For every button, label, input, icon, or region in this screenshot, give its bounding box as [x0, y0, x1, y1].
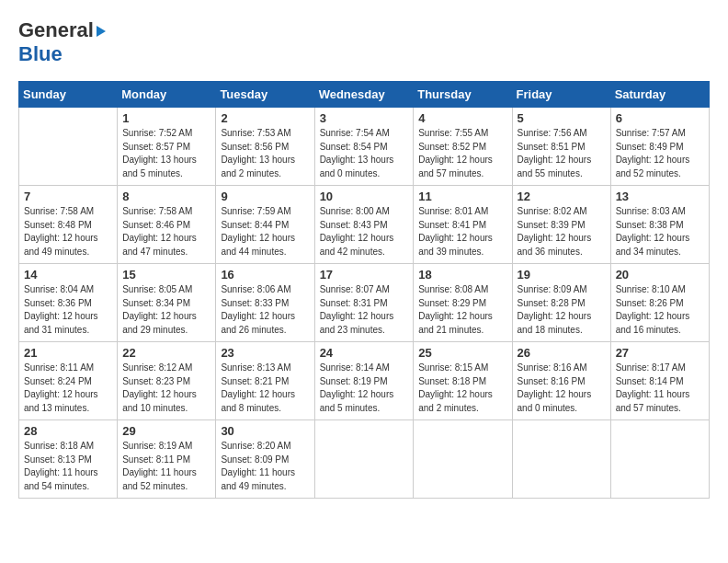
day-header-sunday: Sunday	[19, 82, 118, 108]
calendar-cell: 15Sunrise: 8:05 AMSunset: 8:34 PMDayligh…	[118, 264, 216, 342]
calendar-cell: 4Sunrise: 7:55 AMSunset: 8:52 PMDaylight…	[414, 108, 512, 186]
day-info: Sunrise: 8:03 AMSunset: 8:38 PMDaylight:…	[616, 205, 704, 259]
day-number: 29	[122, 424, 210, 438]
day-number: 15	[122, 268, 210, 282]
calendar-cell: 6Sunrise: 7:57 AMSunset: 8:49 PMDaylight…	[610, 108, 709, 186]
calendar-cell: 28Sunrise: 8:18 AMSunset: 8:13 PMDayligh…	[19, 420, 118, 499]
day-info: Sunrise: 8:11 AMSunset: 8:24 PMDaylight:…	[24, 362, 112, 415]
week-row-1: 1Sunrise: 7:52 AMSunset: 8:57 PMDaylight…	[19, 108, 710, 186]
week-row-5: 28Sunrise: 8:18 AMSunset: 8:13 PMDayligh…	[19, 420, 710, 499]
calendar-cell: 17Sunrise: 8:07 AMSunset: 8:31 PMDayligh…	[314, 264, 414, 342]
day-header-tuesday: Tuesday	[216, 82, 314, 108]
day-info: Sunrise: 8:15 AMSunset: 8:18 PMDaylight:…	[418, 362, 506, 415]
day-number: 17	[320, 268, 409, 282]
logo: General Blue	[18, 18, 106, 66]
day-number: 5	[518, 111, 606, 125]
day-number: 1	[122, 111, 210, 125]
calendar-cell: 13Sunrise: 8:03 AMSunset: 8:38 PMDayligh…	[610, 186, 709, 264]
day-info: Sunrise: 7:56 AMSunset: 8:51 PMDaylight:…	[518, 127, 606, 180]
calendar-cell	[610, 420, 709, 499]
day-number: 21	[24, 346, 112, 360]
calendar-cell: 29Sunrise: 8:19 AMSunset: 8:11 PMDayligh…	[118, 420, 216, 499]
day-info: Sunrise: 8:04 AMSunset: 8:36 PMDaylight:…	[24, 283, 112, 337]
calendar-cell	[512, 420, 610, 499]
day-number: 20	[616, 268, 704, 282]
day-info: Sunrise: 8:16 AMSunset: 8:16 PMDaylight:…	[518, 362, 606, 415]
day-info: Sunrise: 8:08 AMSunset: 8:29 PMDaylight:…	[418, 283, 506, 337]
logo-arrow-icon	[97, 26, 106, 37]
day-info: Sunrise: 8:02 AMSunset: 8:39 PMDaylight:…	[518, 205, 606, 259]
day-number: 23	[221, 346, 309, 360]
calendar-cell: 20Sunrise: 8:10 AMSunset: 8:26 PMDayligh…	[610, 264, 709, 342]
day-info: Sunrise: 8:01 AMSunset: 8:41 PMDaylight:…	[418, 205, 506, 259]
calendar-cell: 24Sunrise: 8:14 AMSunset: 8:19 PMDayligh…	[314, 342, 414, 420]
calendar-cell: 12Sunrise: 8:02 AMSunset: 8:39 PMDayligh…	[512, 186, 610, 264]
day-info: Sunrise: 8:20 AMSunset: 8:09 PMDaylight:…	[221, 440, 309, 493]
calendar-cell: 23Sunrise: 8:13 AMSunset: 8:21 PMDayligh…	[216, 342, 314, 420]
calendar-cell: 14Sunrise: 8:04 AMSunset: 8:36 PMDayligh…	[19, 264, 118, 342]
day-header-thursday: Thursday	[414, 82, 512, 108]
calendar-cell: 5Sunrise: 7:56 AMSunset: 8:51 PMDaylight…	[512, 108, 610, 186]
calendar-cell: 8Sunrise: 7:58 AMSunset: 8:46 PMDaylight…	[118, 186, 216, 264]
calendar-cell: 25Sunrise: 8:15 AMSunset: 8:18 PMDayligh…	[414, 342, 512, 420]
day-header-friday: Friday	[512, 82, 610, 108]
day-number: 12	[518, 190, 606, 203]
day-number: 26	[518, 346, 606, 360]
day-number: 2	[221, 111, 309, 125]
calendar-cell: 1Sunrise: 7:52 AMSunset: 8:57 PMDaylight…	[118, 108, 216, 186]
calendar-cell: 10Sunrise: 8:00 AMSunset: 8:43 PMDayligh…	[314, 186, 414, 264]
day-info: Sunrise: 8:18 AMSunset: 8:13 PMDaylight:…	[24, 440, 112, 493]
day-number: 10	[320, 190, 409, 203]
day-info: Sunrise: 8:12 AMSunset: 8:23 PMDaylight:…	[122, 362, 210, 415]
calendar-cell: 3Sunrise: 7:54 AMSunset: 8:54 PMDaylight…	[314, 108, 414, 186]
calendar-cell: 16Sunrise: 8:06 AMSunset: 8:33 PMDayligh…	[216, 264, 314, 342]
logo-general: General	[18, 18, 94, 42]
calendar-cell: 19Sunrise: 8:09 AMSunset: 8:28 PMDayligh…	[512, 264, 610, 342]
calendar-cell: 11Sunrise: 8:01 AMSunset: 8:41 PMDayligh…	[414, 186, 512, 264]
day-number: 22	[122, 346, 210, 360]
page-header: General Blue	[18, 18, 710, 66]
calendar-cell	[19, 108, 118, 186]
calendar-cell: 22Sunrise: 8:12 AMSunset: 8:23 PMDayligh…	[118, 342, 216, 420]
day-header-saturday: Saturday	[610, 82, 709, 108]
day-number: 8	[122, 190, 210, 203]
day-number: 28	[24, 424, 112, 438]
calendar-cell: 7Sunrise: 7:58 AMSunset: 8:48 PMDaylight…	[19, 186, 118, 264]
day-info: Sunrise: 8:05 AMSunset: 8:34 PMDaylight:…	[122, 283, 210, 337]
day-info: Sunrise: 7:55 AMSunset: 8:52 PMDaylight:…	[418, 127, 506, 180]
day-info: Sunrise: 7:54 AMSunset: 8:54 PMDaylight:…	[320, 127, 409, 180]
day-number: 13	[616, 190, 704, 203]
day-info: Sunrise: 8:09 AMSunset: 8:28 PMDaylight:…	[518, 283, 606, 337]
day-info: Sunrise: 8:14 AMSunset: 8:19 PMDaylight:…	[320, 362, 409, 415]
day-number: 27	[616, 346, 704, 360]
logo-blue: Blue	[18, 42, 63, 65]
day-number: 25	[418, 346, 506, 360]
day-info: Sunrise: 7:58 AMSunset: 8:46 PMDaylight:…	[122, 205, 210, 259]
day-number: 11	[418, 190, 506, 203]
day-info: Sunrise: 8:19 AMSunset: 8:11 PMDaylight:…	[122, 440, 210, 493]
day-info: Sunrise: 8:06 AMSunset: 8:33 PMDaylight:…	[221, 283, 309, 337]
calendar-table: SundayMondayTuesdayWednesdayThursdayFrid…	[18, 81, 710, 499]
calendar-cell	[314, 420, 414, 499]
day-info: Sunrise: 7:52 AMSunset: 8:57 PMDaylight:…	[122, 127, 210, 180]
day-info: Sunrise: 8:17 AMSunset: 8:14 PMDaylight:…	[616, 362, 704, 415]
day-number: 7	[24, 190, 112, 203]
day-header-wednesday: Wednesday	[314, 82, 414, 108]
day-number: 30	[221, 424, 309, 438]
calendar-cell: 9Sunrise: 7:59 AMSunset: 8:44 PMDaylight…	[216, 186, 314, 264]
day-number: 14	[24, 268, 112, 282]
day-header-monday: Monday	[118, 82, 216, 108]
week-row-2: 7Sunrise: 7:58 AMSunset: 8:48 PMDaylight…	[19, 186, 710, 264]
day-number: 18	[418, 268, 506, 282]
day-info: Sunrise: 7:58 AMSunset: 8:48 PMDaylight:…	[24, 205, 112, 259]
calendar-cell: 21Sunrise: 8:11 AMSunset: 8:24 PMDayligh…	[19, 342, 118, 420]
day-number: 6	[616, 111, 704, 125]
day-info: Sunrise: 8:10 AMSunset: 8:26 PMDaylight:…	[616, 283, 704, 337]
day-info: Sunrise: 7:57 AMSunset: 8:49 PMDaylight:…	[616, 127, 704, 180]
calendar-cell: 2Sunrise: 7:53 AMSunset: 8:56 PMDaylight…	[216, 108, 314, 186]
day-number: 16	[221, 268, 309, 282]
day-info: Sunrise: 7:53 AMSunset: 8:56 PMDaylight:…	[221, 127, 309, 180]
day-info: Sunrise: 8:13 AMSunset: 8:21 PMDaylight:…	[221, 362, 309, 415]
day-number: 9	[221, 190, 309, 203]
calendar-cell: 30Sunrise: 8:20 AMSunset: 8:09 PMDayligh…	[216, 420, 314, 499]
